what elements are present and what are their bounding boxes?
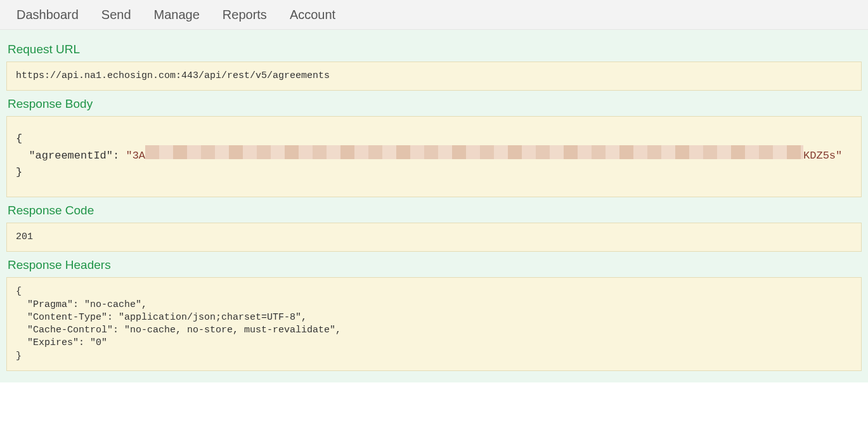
nav-item-account[interactable]: Account xyxy=(278,1,347,29)
response-body-open-brace: { xyxy=(16,133,22,145)
nav-item-manage[interactable]: Manage xyxy=(143,1,211,29)
heading-response-headers: Response Headers xyxy=(6,258,862,272)
redacted-agreement-id xyxy=(145,145,803,164)
response-headers-block: { "Pragma": "no-cache", "Content-Type": … xyxy=(6,277,862,371)
nav-item-dashboard[interactable]: Dashboard xyxy=(5,1,90,29)
heading-response-code: Response Code xyxy=(6,204,862,218)
response-code-block: 201 xyxy=(6,223,862,252)
api-response-panel: Request URL https://api.na1.echosign.com… xyxy=(0,30,868,382)
nav-item-reports[interactable]: Reports xyxy=(211,1,278,29)
response-body-value-leading: "3A xyxy=(126,150,145,162)
heading-response-body: Response Body xyxy=(6,97,862,111)
response-body-block: { "agreementId": "3AKDZ5s" } xyxy=(6,116,862,197)
heading-request-url: Request URL xyxy=(6,42,862,56)
request-url-block: https://api.na1.echosign.com:443/api/res… xyxy=(6,62,862,91)
nav-item-send[interactable]: Send xyxy=(90,1,143,29)
response-body-value-trailing: KDZ5s" xyxy=(803,150,842,162)
response-body-close-brace: } xyxy=(16,166,22,178)
top-navbar: Dashboard Send Manage Reports Account xyxy=(0,0,868,30)
response-body-key: "agreementId": xyxy=(16,150,126,162)
